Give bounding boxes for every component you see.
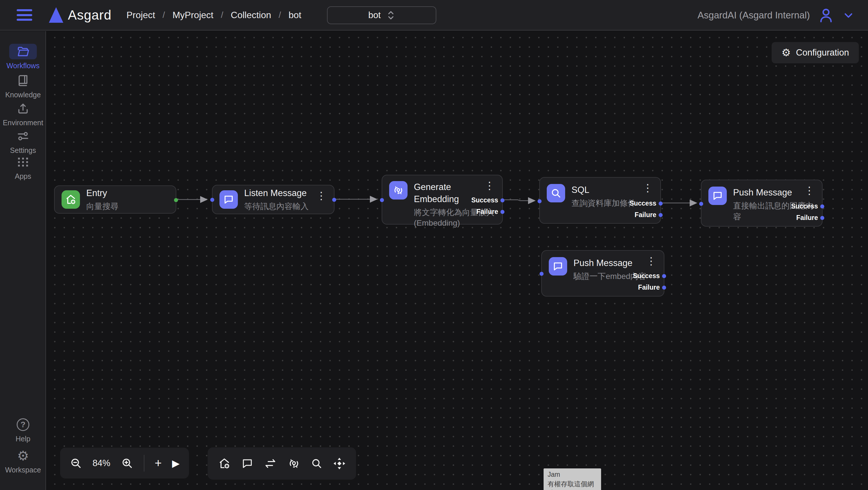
account-label: AsgardAI (Asgard Internal) bbox=[698, 10, 810, 21]
sidebar-item-workflows[interactable]: Workflows bbox=[0, 44, 46, 70]
zoom-level: 84% bbox=[93, 458, 111, 468]
workflow-canvas[interactable]: ⚙ Configuration Entry 向量搜尋 bbox=[46, 31, 868, 490]
sidebar-item-label: Apps bbox=[15, 172, 31, 180]
node-title: Entry bbox=[86, 187, 119, 199]
notification-message: 有權存取這個網站 bbox=[548, 480, 597, 490]
zoom-out-button[interactable] bbox=[70, 457, 82, 469]
output-port-success[interactable] bbox=[500, 198, 504, 202]
upload-icon bbox=[17, 102, 30, 115]
configuration-button[interactable]: ⚙ Configuration bbox=[772, 42, 859, 63]
zoom-in-button[interactable] bbox=[121, 457, 133, 469]
node-palette-toolbar bbox=[208, 448, 356, 480]
apps-grid-icon bbox=[17, 155, 30, 169]
output-label-failure: Failure bbox=[796, 214, 818, 222]
output-port-success[interactable] bbox=[662, 274, 666, 278]
input-port[interactable] bbox=[380, 198, 384, 202]
browser-permission-notification: Jam 有權存取這個網站 bbox=[544, 468, 601, 490]
input-port[interactable] bbox=[539, 272, 544, 276]
move-arrows-icon bbox=[333, 457, 346, 470]
sidebar-item-settings[interactable]: Settings bbox=[0, 128, 46, 154]
output-port-failure[interactable] bbox=[500, 210, 504, 214]
node-entry[interactable]: Entry 向量搜尋 bbox=[54, 185, 176, 213]
sidebar-item-knowledge[interactable]: Knowledge bbox=[0, 73, 46, 99]
kebab-menu-icon[interactable]: ⋮ bbox=[484, 180, 495, 191]
chat-bubble-icon bbox=[549, 257, 567, 276]
node-subtitle: 查詢資料庫加條件 bbox=[571, 198, 636, 209]
node-title: Push Message bbox=[733, 186, 806, 199]
chat-bubble-icon bbox=[219, 190, 238, 209]
breadcrumb: Project / MyProject / Collection / bot bbox=[127, 10, 302, 21]
output-label-failure: Failure bbox=[635, 211, 656, 219]
output-label-failure: Failure bbox=[638, 284, 660, 291]
connection-wires bbox=[46, 31, 868, 490]
hamburger-menu-icon[interactable] bbox=[17, 9, 32, 21]
output-port-success[interactable] bbox=[820, 204, 824, 208]
palette-entry-button[interactable] bbox=[218, 457, 231, 470]
node-subtitle: 等待訊息內容輸入 bbox=[244, 201, 309, 212]
sidebar-item-workspace[interactable]: ⚙ Workspace bbox=[0, 448, 46, 474]
breadcrumb-project[interactable]: Project bbox=[127, 10, 155, 21]
node-listen-message[interactable]: Listen Message 等待訊息內容輸入 ⋮ bbox=[212, 185, 335, 214]
breadcrumb-myproject[interactable]: MyProject bbox=[173, 10, 213, 21]
palette-move-button[interactable] bbox=[333, 457, 346, 470]
node-sql[interactable]: SQL 查詢資料庫加條件 ⋮ Success Failure bbox=[539, 177, 661, 224]
output-port-success[interactable] bbox=[659, 202, 663, 206]
output-label-failure: Failure bbox=[476, 208, 498, 215]
breadcrumb-separator: / bbox=[279, 10, 281, 20]
zoom-toolbar: 84% + ▶ bbox=[60, 448, 189, 479]
output-port-failure[interactable] bbox=[659, 213, 663, 217]
palette-message-button[interactable] bbox=[241, 457, 254, 470]
output-port-failure[interactable] bbox=[820, 216, 824, 220]
account-chevron-down-icon[interactable] bbox=[842, 9, 855, 22]
chat-bubble-icon bbox=[708, 186, 727, 205]
workflow-selector[interactable]: bot bbox=[327, 6, 436, 24]
sidebar-item-label: Workspace bbox=[5, 466, 41, 474]
sidebar: Workflows Knowledge Environment Settings bbox=[0, 31, 46, 490]
sidebar-item-environment[interactable]: Environment bbox=[0, 101, 46, 127]
user-avatar-icon[interactable] bbox=[818, 7, 834, 23]
zoom-in-icon bbox=[121, 457, 133, 469]
palette-switch-button[interactable] bbox=[264, 457, 277, 470]
run-workflow-button[interactable]: ▶ bbox=[172, 458, 180, 469]
top-bar: Asgard Project / MyProject / Collection … bbox=[0, 0, 868, 30]
node-title: Push Message bbox=[574, 257, 647, 269]
entry-house-plus-icon bbox=[62, 190, 80, 209]
output-label-success: Success bbox=[791, 202, 818, 210]
book-icon bbox=[17, 74, 30, 87]
node-title: Listen Message bbox=[244, 187, 309, 199]
breadcrumb-separator: / bbox=[162, 10, 165, 20]
magnifier-icon bbox=[311, 458, 323, 469]
sidebar-item-help[interactable]: ? Help bbox=[0, 417, 46, 443]
breadcrumb-separator: / bbox=[221, 10, 223, 20]
output-port[interactable] bbox=[332, 198, 336, 202]
sidebar-item-label: Help bbox=[16, 435, 30, 443]
sidebar-item-apps[interactable]: Apps bbox=[0, 154, 46, 180]
input-port[interactable] bbox=[699, 202, 703, 206]
breadcrumb-collection[interactable]: Collection bbox=[231, 10, 271, 21]
palette-generate-button[interactable] bbox=[287, 457, 301, 470]
output-port[interactable] bbox=[174, 198, 178, 202]
sidebar-item-label: Workflows bbox=[7, 62, 40, 70]
folder-icon bbox=[17, 45, 30, 58]
entry-house-plus-icon bbox=[218, 457, 231, 470]
palette-search-button[interactable] bbox=[311, 458, 323, 469]
sidebar-item-label: Settings bbox=[10, 146, 36, 154]
node-push-message-1[interactable]: Push Message 直接輸出訊息的回應內容 ⋮ Success Failu… bbox=[701, 180, 823, 227]
kebab-menu-icon[interactable]: ⋮ bbox=[646, 256, 656, 266]
input-port[interactable] bbox=[537, 199, 541, 203]
swap-arrows-icon bbox=[264, 457, 277, 470]
kebab-menu-icon[interactable]: ⋮ bbox=[316, 191, 327, 201]
node-subtitle: 向量搜尋 bbox=[86, 201, 119, 212]
node-generate-embedding[interactable]: Generate Embedding 將文字轉化為向量嵌入 (Embedding… bbox=[382, 175, 503, 225]
breadcrumb-bot[interactable]: bot bbox=[288, 10, 301, 21]
add-button[interactable]: + bbox=[155, 457, 162, 469]
help-icon: ? bbox=[17, 418, 29, 431]
node-push-message-2[interactable]: Push Message 驗證一下embed內容 ⋮ Success Failu… bbox=[541, 250, 664, 296]
node-title: SQL bbox=[571, 184, 636, 196]
input-port[interactable] bbox=[210, 198, 214, 202]
kebab-menu-icon[interactable]: ⋮ bbox=[804, 185, 814, 196]
kebab-menu-icon[interactable]: ⋮ bbox=[643, 183, 653, 193]
asgard-logo-icon bbox=[49, 7, 63, 23]
output-port-failure[interactable] bbox=[662, 286, 666, 290]
output-label-success: Success bbox=[629, 200, 656, 207]
